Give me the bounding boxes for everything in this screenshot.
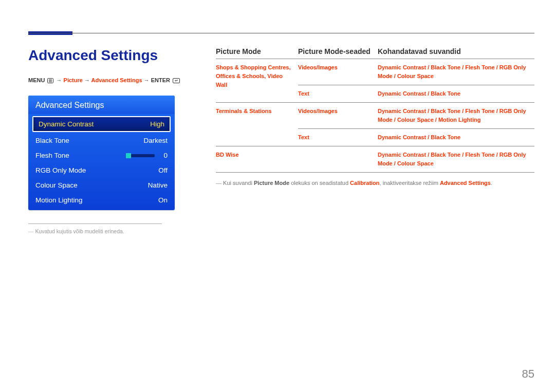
osd-title: Advanced Settings <box>28 96 175 114</box>
enter-icon <box>173 78 180 84</box>
cell-picture-mode: Terminals & Stations <box>216 103 298 146</box>
breadcrumb: MENU → Picture → Advanced Settings → ENT… <box>28 77 190 84</box>
page-content: Advanced Settings MENU → Picture → Advan… <box>28 47 534 234</box>
osd-label: RGB Only Mode <box>35 166 86 174</box>
cell-seaded: Videos/Images <box>298 103 378 129</box>
cell-options: Dynamic Contrast / Black Tone <box>378 85 534 103</box>
footnote-rule <box>28 223 162 224</box>
cell-options: Dynamic Contrast / Black Tone / Flesh To… <box>378 146 534 173</box>
osd-row-black-tone[interactable]: Black Tone Darkest <box>28 133 175 148</box>
osd-row-motion-lighting[interactable]: Motion Lighting On <box>28 193 175 210</box>
breadcrumb-advanced: Advanced Settings <box>91 77 142 83</box>
bc-arrow2: → <box>84 77 90 83</box>
breadcrumb-picture: Picture <box>64 77 83 83</box>
osd-row-flesh-tone[interactable]: Flesh Tone 0 <box>28 148 175 163</box>
osd-value: Off <box>158 166 168 174</box>
footnote-left: Kuvatud kujutis võib mudeliti erineda. <box>28 228 190 234</box>
note-bold: Picture Mode <box>254 180 289 186</box>
cell-picture-mode: Shops & Shopping Centres, Offices & Scho… <box>216 59 298 103</box>
note-text: Kui suvandi <box>223 180 254 186</box>
breadcrumb-enter: ENTER <box>151 77 170 83</box>
osd-row-dynamic-contrast[interactable]: Dynamic Contrast High <box>32 116 171 132</box>
table-row: BD Wise Dynamic Contrast / Black Tone / … <box>216 146 534 173</box>
header-rule <box>28 33 534 33</box>
page-number: 85 <box>522 367 534 381</box>
page-title: Advanced Settings <box>28 47 190 64</box>
osd-label: Motion Lighting <box>35 196 83 204</box>
table-headers: Picture Mode Picture Mode-seaded Kohanda… <box>216 47 534 59</box>
osd-label: Flesh Tone <box>35 152 69 159</box>
cell-seaded: Text <box>298 85 378 103</box>
note-text: . <box>491 180 492 186</box>
bc-arrow1: → <box>57 77 62 83</box>
cell-seaded <box>298 146 378 173</box>
cell-picture-mode: BD Wise <box>216 146 298 173</box>
osd-value: High <box>150 120 164 128</box>
osd-row-rgb-only[interactable]: RGB Only Mode Off <box>28 163 175 178</box>
note-red: Advanced Settings <box>440 180 491 186</box>
cell-seaded: Text <box>298 129 378 146</box>
cell-options: Dynamic Contrast / Black Tone / Flesh To… <box>378 103 534 129</box>
osd-value: Native <box>148 181 168 189</box>
right-column: Picture Mode Picture Mode-seaded Kohanda… <box>216 47 534 234</box>
osd-row-colour-space[interactable]: Colour Space Native <box>28 178 175 193</box>
osd-value: 0 <box>163 152 168 159</box>
cell-options: Dynamic Contrast / Black Tone / Flesh To… <box>378 59 534 85</box>
cell-options: Dynamic Contrast / Black Tone <box>378 129 534 146</box>
left-column: Advanced Settings MENU → Picture → Advan… <box>28 47 190 234</box>
osd-label: Black Tone <box>35 137 69 144</box>
bc-arrow3: → <box>144 77 150 83</box>
header-picture-mode: Picture Mode <box>216 47 298 55</box>
header-picture-mode-seaded: Picture Mode-seaded <box>298 47 378 55</box>
osd-label: Colour Space <box>35 181 78 189</box>
slider-track[interactable] <box>126 154 155 157</box>
options-table: Shops & Shopping Centres, Offices & Scho… <box>216 59 534 173</box>
slider-knob[interactable] <box>126 153 131 158</box>
osd-label: Dynamic Contrast <box>39 120 94 128</box>
table-row: Terminals & Stations Videos/Images Dynam… <box>216 103 534 129</box>
osd-value-wrap: 0 <box>126 152 168 159</box>
cell-seaded: Videos/Images <box>298 59 378 85</box>
note-red: Calibration <box>350 180 379 186</box>
note-text: olekuks on seadistatud <box>289 180 350 186</box>
menu-icon <box>47 78 53 84</box>
note-text: , inaktiveeritakse režiim <box>380 180 440 186</box>
osd-value: Darkest <box>143 137 168 144</box>
table-row: Shops & Shopping Centres, Offices & Scho… <box>216 59 534 85</box>
calibration-note: Kui suvandi Picture Mode olekuks on sead… <box>216 179 534 188</box>
osd-value: On <box>158 196 168 204</box>
breadcrumb-menu: MENU <box>28 77 45 83</box>
header-kohandatavad: Kohandatavad suvandid <box>378 47 534 55</box>
osd-panel: Advanced Settings Dynamic Contrast High … <box>28 96 175 210</box>
